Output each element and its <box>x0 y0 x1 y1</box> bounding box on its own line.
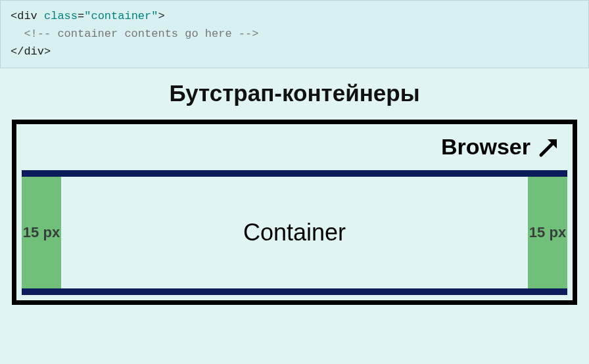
browser-header-row: Browser <box>16 124 573 170</box>
padding-left-box: 15 px <box>22 177 61 288</box>
code-open-tag: <div <box>11 10 44 22</box>
code-line-2: <!-- container contents go here --> <box>11 25 578 43</box>
code-block: <div class="container"> <!-- container c… <box>0 0 589 68</box>
code-close-bracket: > <box>158 10 164 22</box>
code-closing-tag: </div> <box>11 45 51 58</box>
arrow-upright-icon <box>537 135 561 159</box>
code-comment: <!-- container contents go here --> <box>24 28 258 40</box>
browser-label: Browser <box>441 134 530 160</box>
container-block: 15 px Container 15 px <box>22 170 567 295</box>
code-equals: = <box>78 10 84 22</box>
padding-left-label: 15 px <box>23 224 60 241</box>
container-label: Container <box>243 219 346 246</box>
padding-right-label: 15 px <box>529 224 566 241</box>
code-line-1: <div class="container"> <box>11 7 578 25</box>
browser-diagram: Browser 15 px Container 15 px <box>12 120 577 305</box>
container-center: Container <box>61 177 528 288</box>
page-title: Бутстрап-контейнеры <box>0 80 589 106</box>
padding-right-box: 15 px <box>528 177 567 288</box>
code-line-3: </div> <box>11 43 578 60</box>
code-class-value: "container" <box>84 10 158 22</box>
code-class-keyword: class <box>44 10 78 22</box>
